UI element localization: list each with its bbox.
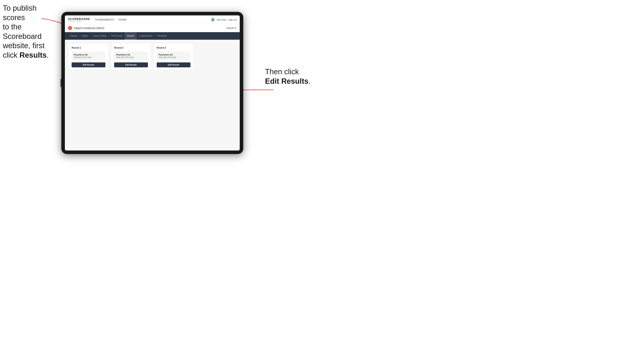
tab-tee-groups[interactable]: Tee Groups	[108, 32, 124, 40]
round-3-course-name: Peachtree GC	[159, 53, 188, 56]
tab-course-setup[interactable]: Course Setup	[90, 32, 108, 40]
round-1-title: Round 1	[72, 46, 106, 49]
tablet-screen: SCOREBOARD Powered by clippd TOURNAMENTS…	[65, 15, 240, 151]
tab-details[interactable]: Details	[68, 32, 80, 40]
tab-printables[interactable]: Printables	[155, 32, 169, 40]
round-1-course-name: Peachtree GC	[74, 53, 104, 56]
tournament-title: C Clippd Invitational (Wein)	[68, 26, 104, 30]
nav-teams[interactable]: TEAMS	[118, 18, 127, 21]
nav-tournaments[interactable]: TOURNAMENTS	[95, 18, 114, 21]
nav-user: 👤 Test User | Sign out	[211, 17, 236, 22]
user-avatar: 👤	[211, 17, 215, 22]
tab-bar: Details Teams Course Setup Tee Groups Re…	[65, 32, 240, 40]
tablet-side-button	[60, 79, 61, 87]
round-1-course-detail: Gold (M) (7010 yds)	[74, 56, 104, 58]
round-3-edit-results-button[interactable]: Edit Results	[157, 62, 190, 67]
round-3-course-card: Peachtree GC Gold (M) (7010 yds)	[157, 51, 190, 60]
scoreboard-logo: SCOREBOARD Powered by clippd	[68, 17, 90, 22]
main-content: Round 1 Peachtree GC Gold (M) (7010 yds)…	[65, 40, 240, 151]
round-1-course-card: Peachtree GC Gold (M) (7010 yds)	[72, 51, 106, 60]
tablet: SCOREBOARD Powered by clippd TOURNAMENTS…	[61, 12, 243, 154]
logo-subtext: Powered by clippd	[68, 20, 81, 22]
top-nav: SCOREBOARD Powered by clippd TOURNAMENTS…	[65, 15, 240, 24]
rounds-grid: Round 1 Peachtree GC Gold (M) (7010 yds)…	[69, 44, 236, 70]
instruction-right: Then click Edit Results.	[265, 67, 310, 86]
tournament-header: C Clippd Invitational (Wein) Cancel ✕	[65, 24, 240, 32]
round-2-course-name: Peachtree GC	[116, 53, 146, 56]
tab-results[interactable]: Results	[124, 32, 137, 40]
round-2-course-detail: Gold (M) (7010 yds)	[116, 56, 146, 58]
tournament-name: Clippd Invitational (Wein)	[74, 26, 104, 30]
instruction-left: To publish scores to the Scoreboard webs…	[3, 3, 52, 60]
round-4-empty	[196, 44, 236, 70]
tab-teams[interactable]: Teams	[80, 32, 90, 40]
round-3-course-detail: Gold (M) (7010 yds)	[159, 56, 188, 58]
round-2-card: Round 2 Peachtree GC Gold (M) (7010 yds)…	[111, 44, 151, 70]
tab-leaderboards[interactable]: Leaderboards	[137, 32, 155, 40]
logo-text: SCOREBOARD	[68, 17, 90, 20]
round-2-course-card: Peachtree GC Gold (M) (7010 yds)	[114, 51, 148, 60]
signout-link[interactable]: Sign out	[229, 18, 236, 21]
round-3-card: Round 3 Peachtree GC Gold (M) (7010 yds)…	[154, 44, 193, 70]
arrow-edit	[239, 85, 274, 95]
round-2-edit-results-button[interactable]: Edit Results	[114, 62, 148, 67]
round-1-card: Round 1 Peachtree GC Gold (M) (7010 yds)…	[69, 44, 108, 70]
round-3-title: Round 3	[157, 46, 190, 49]
round-1-edit-results-button[interactable]: Edit Results	[72, 62, 106, 67]
nav-links: TOURNAMENTS TEAMS	[95, 18, 211, 21]
cancel-button[interactable]: Cancel ✕	[226, 27, 236, 29]
user-label: Test User |	[216, 18, 227, 21]
tournament-icon: C	[68, 26, 72, 30]
round-2-title: Round 2	[114, 46, 148, 49]
